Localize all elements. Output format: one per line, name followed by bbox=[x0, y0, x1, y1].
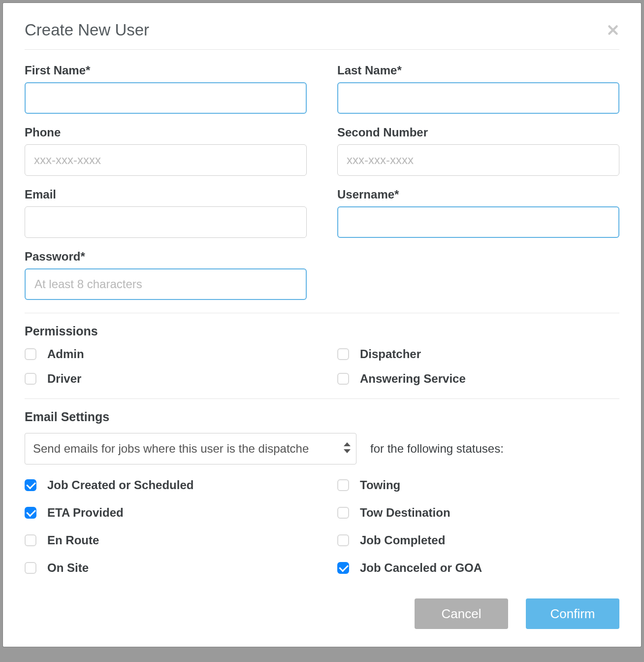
password-input[interactable] bbox=[25, 268, 307, 300]
label-email: Email bbox=[25, 188, 307, 201]
email-input[interactable] bbox=[25, 206, 307, 238]
cancel-button[interactable]: Cancel bbox=[415, 598, 508, 629]
label-first-name: First Name* bbox=[25, 64, 307, 77]
status-on-site: On Site bbox=[25, 561, 307, 575]
perm-label: Admin bbox=[47, 347, 84, 361]
status-label: Tow Destination bbox=[360, 506, 451, 520]
field-username: Username* bbox=[337, 188, 619, 238]
status-grid: Job Created or Scheduled Towing ETA Prov… bbox=[25, 478, 619, 575]
field-email: Email bbox=[25, 188, 307, 238]
last-name-input[interactable] bbox=[337, 82, 619, 114]
perm-label: Answering Service bbox=[360, 372, 466, 386]
perm-label: Driver bbox=[47, 372, 81, 386]
status-label: ETA Provided bbox=[47, 506, 124, 520]
checkbox-en-route[interactable] bbox=[25, 534, 36, 546]
status-job-completed: Job Completed bbox=[337, 533, 619, 547]
username-input[interactable] bbox=[337, 206, 619, 238]
field-last-name: Last Name* bbox=[337, 64, 619, 114]
email-settings-suffix: for the following statuses: bbox=[370, 442, 504, 456]
status-towing: Towing bbox=[337, 478, 619, 492]
status-label: En Route bbox=[47, 533, 99, 547]
field-first-name: First Name* bbox=[25, 64, 307, 114]
checkbox-job-canceled[interactable] bbox=[337, 562, 349, 574]
label-password: Password* bbox=[25, 250, 307, 264]
checkbox-tow-destination[interactable] bbox=[337, 507, 349, 519]
status-tow-destination: Tow Destination bbox=[337, 506, 619, 520]
checkbox-answering-service[interactable] bbox=[337, 373, 349, 385]
modal-title: Create New User bbox=[25, 21, 149, 39]
checkbox-on-site[interactable] bbox=[25, 562, 36, 574]
checkbox-dispatcher[interactable] bbox=[337, 348, 349, 360]
field-second-number: Second Number bbox=[337, 126, 619, 176]
modal-footer: Cancel Confirm bbox=[25, 598, 619, 629]
label-phone: Phone bbox=[25, 126, 307, 139]
checkbox-job-completed[interactable] bbox=[337, 534, 349, 546]
status-label: On Site bbox=[47, 561, 89, 575]
checkbox-job-created[interactable] bbox=[25, 479, 36, 491]
checkbox-towing[interactable] bbox=[337, 479, 349, 491]
first-name-input[interactable] bbox=[25, 82, 307, 114]
close-icon bbox=[607, 24, 619, 36]
create-user-modal: Create New User First Name* Last Name* P… bbox=[3, 3, 641, 647]
checkbox-admin[interactable] bbox=[25, 348, 36, 360]
confirm-button[interactable]: Confirm bbox=[526, 598, 619, 629]
close-button[interactable] bbox=[607, 24, 619, 36]
status-label: Job Completed bbox=[360, 533, 445, 547]
checkbox-eta-provided[interactable] bbox=[25, 507, 36, 519]
email-settings-title: Email Settings bbox=[25, 410, 619, 424]
field-password: Password* bbox=[25, 250, 307, 300]
modal-header: Create New User bbox=[25, 21, 619, 50]
permissions-grid: Admin Dispatcher Driver Answering Servic… bbox=[25, 347, 619, 386]
second-number-input[interactable] bbox=[337, 144, 619, 176]
divider bbox=[25, 313, 619, 313]
status-label: Job Canceled or GOA bbox=[360, 561, 482, 575]
permissions-title: Permissions bbox=[25, 324, 619, 338]
perm-answering-service: Answering Service bbox=[337, 372, 619, 386]
field-phone: Phone bbox=[25, 126, 307, 176]
status-label: Towing bbox=[360, 478, 400, 492]
status-label: Job Created or Scheduled bbox=[47, 478, 193, 492]
status-eta-provided: ETA Provided bbox=[25, 506, 307, 520]
status-en-route: En Route bbox=[25, 533, 307, 547]
divider bbox=[25, 398, 619, 399]
phone-input[interactable] bbox=[25, 144, 307, 176]
email-scope-select-wrap bbox=[25, 433, 356, 464]
perm-label: Dispatcher bbox=[360, 347, 421, 361]
status-job-canceled: Job Canceled or GOA bbox=[337, 561, 619, 575]
perm-driver: Driver bbox=[25, 372, 307, 386]
email-settings-row: for the following statuses: bbox=[25, 433, 619, 464]
checkbox-driver[interactable] bbox=[25, 373, 36, 385]
email-scope-select[interactable] bbox=[25, 433, 356, 464]
status-job-created: Job Created or Scheduled bbox=[25, 478, 307, 492]
label-last-name: Last Name* bbox=[337, 64, 619, 77]
label-username: Username* bbox=[337, 188, 619, 201]
perm-dispatcher: Dispatcher bbox=[337, 347, 619, 361]
label-second-number: Second Number bbox=[337, 126, 619, 139]
form-grid: First Name* Last Name* Phone Second Numb… bbox=[25, 64, 619, 300]
perm-admin: Admin bbox=[25, 347, 307, 361]
